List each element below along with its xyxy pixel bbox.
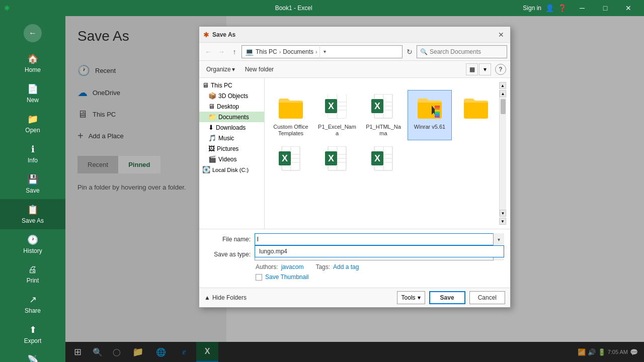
file-excel-3[interactable]: X <box>315 142 359 179</box>
tree-item-3d-objects[interactable]: 📦 3D Objects <box>199 90 264 101</box>
sidebar-label-home: Home <box>25 66 41 73</box>
tree-item-documents[interactable]: 📁 Documents <box>199 112 264 122</box>
sidebar-label-history: History <box>23 247 42 254</box>
thumbnail-checkbox[interactable] <box>256 274 262 281</box>
file-custom-office[interactable]: Custom Office Templates <box>269 90 313 140</box>
scroll-track-up[interactable]: ▲ <box>500 90 506 97</box>
tree-item-pictures[interactable]: 🖼 Pictures <box>199 143 264 154</box>
tree-label-this-pc: This PC <box>211 82 232 89</box>
new-folder-button[interactable]: New folder <box>242 64 277 75</box>
help-button[interactable]: ? <box>495 64 506 75</box>
close-button[interactable]: ✕ <box>617 0 640 16</box>
sidebar-label-open: Open <box>25 127 40 134</box>
sidebar-label-save-as: Save As <box>22 217 44 224</box>
maximize-button[interactable]: □ <box>594 0 617 16</box>
file-name-label: File name: <box>205 236 251 243</box>
computer-icon: 💻 <box>245 48 254 56</box>
file-winrar[interactable]: Winrar v5.61 <box>408 90 452 140</box>
sidebar-item-home[interactable]: 🏠 Home <box>0 48 65 78</box>
scroll-up-button[interactable]: ▲ <box>499 82 506 89</box>
dialog-body: 🖥 This PC 📦 3D Objects 🖥 Desktop 📁 <box>199 78 510 229</box>
sidebar-label-new: New <box>27 97 39 104</box>
tree-videos-icon: 🎬 <box>208 155 216 163</box>
title-bar-title: Book1 - Excel <box>64 5 523 12</box>
file-excel-2[interactable]: X <box>269 142 313 179</box>
tools-button[interactable]: Tools ▾ <box>397 291 425 304</box>
sidebar-item-save-as[interactable]: 📋 Save As <box>0 199 65 229</box>
search-input[interactable] <box>430 48 495 55</box>
save-button[interactable]: Save <box>429 291 465 304</box>
sidebar-item-open[interactable]: 📁 Open <box>0 109 65 139</box>
svg-text:X: X <box>328 101 334 111</box>
authors-value[interactable]: javacom <box>281 263 304 270</box>
tree-item-local-disk[interactable]: 💽 Local Disk (C:) <box>199 164 264 175</box>
tree-label-pictures: Pictures <box>217 145 238 152</box>
back-button[interactable]: ← <box>24 24 42 42</box>
minimize-button[interactable]: ─ <box>571 0 594 16</box>
file-name-chevron[interactable]: ▾ <box>493 233 504 245</box>
file-excel-4[interactable]: X <box>361 142 406 179</box>
file-p1-html[interactable]: X P1_HTML_Nama <box>361 90 406 140</box>
svg-rect-20 <box>435 114 440 116</box>
svg-rect-17 <box>435 108 440 110</box>
cancel-button[interactable]: Cancel <box>469 291 505 304</box>
save-icon: 💾 <box>27 174 38 185</box>
sidebar-item-save[interactable]: 💾 Save <box>0 169 65 199</box>
sidebar-item-new[interactable]: 📄 New <box>0 78 65 109</box>
tree-label-videos: Videos <box>218 156 236 163</box>
organize-button[interactable]: Organize ▾ <box>203 64 238 75</box>
tags-value[interactable]: Add a tag <box>333 263 359 270</box>
excel-icon-4: X <box>369 146 397 174</box>
nav-forward-button[interactable]: → <box>215 46 227 58</box>
address-bar[interactable]: 💻 This PC › Documents › ▾ <box>242 45 403 58</box>
tree-item-downloads[interactable]: ⬇ Downloads <box>199 122 264 133</box>
tree-item-desktop[interactable]: 🖥 Desktop <box>199 101 264 112</box>
info-icon: ℹ <box>31 144 35 155</box>
dialog-titlebar: ✱ Save As ✕ <box>199 27 510 43</box>
svg-rect-19 <box>435 112 440 114</box>
svg-text:X: X <box>328 153 334 163</box>
breadcrumb-sep1: › <box>279 49 281 55</box>
file-label-custom: Custom Office Templates <box>271 124 310 137</box>
nav-up-button[interactable]: ↑ <box>228 46 240 58</box>
sidebar-item-export[interactable]: ⬆ Export <box>0 319 65 349</box>
tree-label-local-disk: Local Disk (C:) <box>212 167 249 173</box>
tree-3d-icon: 📦 <box>208 92 216 100</box>
files-scrollbar[interactable]: ▲ ▼ <box>499 90 506 217</box>
home-icon: 🏠 <box>27 53 38 64</box>
excel-icon-2: X <box>277 146 305 174</box>
sidebar-item-print[interactable]: 🖨 Print <box>0 259 65 289</box>
breadcrumb-thispc[interactable]: This PC <box>256 48 277 55</box>
excel-icon-3: X <box>323 146 351 174</box>
nav-back-button[interactable]: ← <box>202 46 214 58</box>
organize-label: Organize <box>206 66 231 73</box>
dialog-close-button[interactable]: ✕ <box>496 30 506 40</box>
view-icon-button[interactable]: ▦ <box>466 63 478 75</box>
sidebar-label-info: Info <box>28 157 38 164</box>
files-grid: Custom Office Templates <box>269 90 499 217</box>
sign-in-button[interactable]: Sign in <box>523 5 541 12</box>
sidebar-item-share[interactable]: ↗ Share <box>0 289 65 319</box>
sidebar-item-info[interactable]: ℹ Info <box>0 139 65 169</box>
sidebar-label-share: Share <box>25 307 41 314</box>
tree-item-this-pc[interactable]: 🖥 This PC <box>199 80 264 90</box>
svg-text:X: X <box>374 153 380 163</box>
autocomplete-item-lungo[interactable]: lungo.mp4 <box>255 246 504 257</box>
sidebar-label-export: Export <box>24 337 42 344</box>
scroll-down-button[interactable]: ▼ <box>499 218 506 225</box>
file-p1-excel[interactable]: X P1_Excel_Nama <box>315 90 359 140</box>
file-name-input[interactable] <box>255 233 504 245</box>
tree-item-music[interactable]: 🎵 Music <box>199 133 264 143</box>
view-chevron-button[interactable]: ▾ <box>479 63 491 75</box>
file-folder-2[interactable] <box>454 90 498 140</box>
refresh-button[interactable]: ↻ <box>404 46 416 58</box>
sidebar-item-publish[interactable]: 📡 Publish <box>0 349 65 362</box>
sidebar-item-history[interactable]: 🕐 History <box>0 229 65 259</box>
address-bar-chevron[interactable]: ▾ <box>319 45 330 58</box>
file-name-input-wrap: ▾ lungo.mp4 <box>255 233 504 245</box>
tree-item-videos[interactable]: 🎬 Videos <box>199 154 264 164</box>
thumbnail-label[interactable]: Save Thumbnail <box>265 274 309 281</box>
hide-folders-button[interactable]: ▲ Hide Folders <box>204 294 247 301</box>
breadcrumb-documents[interactable]: Documents <box>283 48 313 55</box>
scroll-track-down[interactable]: ▼ <box>500 210 506 217</box>
